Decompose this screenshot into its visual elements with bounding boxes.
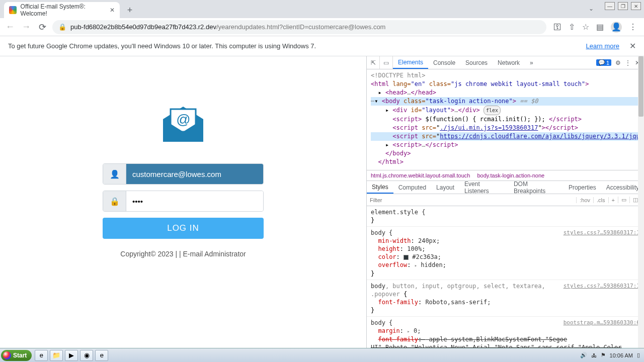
device-icon[interactable]: ▭	[618, 197, 629, 203]
styles-tab-strip: Styles Computed Layout Event Listeners D…	[367, 181, 644, 194]
login-button[interactable]: LOG IN	[103, 218, 264, 239]
styles-filter-row: :hov .cls + ▭ ◫	[367, 194, 644, 206]
mail-logo-icon: @	[158, 97, 208, 148]
dom-tree[interactable]: <!DOCTYPE html> <html lang="en" class="j…	[367, 69, 644, 170]
maximize-button[interactable]: ❐	[618, 2, 628, 10]
tray-volume-icon[interactable]: 🔊	[580, 352, 587, 358]
password-key-icon[interactable]: ⚿	[553, 23, 561, 32]
inspect-icon[interactable]: ⇱	[367, 56, 380, 69]
learn-more-link[interactable]: Learn more	[586, 42, 619, 50]
copyright-text: Copyright© 2023 | | E-mail Administrator	[103, 250, 264, 258]
back-button[interactable]: ←	[4, 21, 16, 33]
tray-flag-icon[interactable]: ⚑	[601, 352, 606, 358]
profile-avatar[interactable]: 👤	[611, 22, 622, 33]
chrome-menu-icon[interactable]: ⋮	[629, 22, 637, 32]
lock-icon: 🔒	[58, 23, 66, 31]
taskbar-media-icon[interactable]: ▶	[65, 350, 78, 361]
forward-button: →	[20, 21, 32, 33]
tab-title: Official E-mail System®: Welcome!	[21, 3, 106, 17]
cls-toggle[interactable]: .cls	[593, 197, 608, 203]
side-panel-icon[interactable]: ▤	[596, 22, 604, 32]
taskbar-edge-icon[interactable]: e	[95, 350, 108, 361]
dom-breadcrumb[interactable]: html.js.chrome.webkit.layout-small.touch…	[367, 170, 644, 181]
devtools-tab-strip: ⇱ ▭ Elements Console Sources Network » 💬…	[367, 56, 644, 69]
address-bar[interactable]: 🔒 pub-fd6802e2b8b54e0d97db9ea27fb7d423.r…	[52, 20, 546, 34]
update-infobar: To get future Google Chrome updates, you…	[0, 36, 644, 56]
tab-elements[interactable]: Elements	[393, 56, 428, 69]
devtools-menu-icon[interactable]: ⋮	[625, 59, 631, 66]
hov-toggle[interactable]: :hov	[576, 197, 593, 203]
tab-close-icon[interactable]: ✕	[110, 7, 115, 14]
login-page: @ 👤 🔒 LOG IN Copyright© 2023 | | E-mail …	[0, 56, 366, 348]
minimize-button[interactable]: —	[605, 2, 615, 10]
devtools-panel: ⇱ ▭ Elements Console Sources Network » 💬…	[366, 56, 644, 348]
browser-tab-strip: Official E-mail System®: Welcome! ✕ + ⌄ …	[0, 0, 644, 18]
tab-computed[interactable]: Computed	[393, 181, 431, 194]
lock-icon: 🔒	[103, 191, 126, 211]
browser-toolbar: ← → ⟳ 🔒 pub-fd6802e2b8b54e0d97db9ea27fb7…	[0, 18, 644, 36]
taskbar-ie-icon[interactable]: e	[35, 350, 48, 361]
new-rule-icon[interactable]: +	[608, 197, 618, 203]
tray-clock[interactable]: 10:06 AM	[610, 352, 633, 358]
tab-sources[interactable]: Sources	[460, 56, 493, 69]
tab-properties[interactable]: Properties	[564, 181, 601, 194]
password-input[interactable]	[126, 191, 263, 211]
password-row: 🔒	[103, 191, 264, 212]
user-icon: 👤	[103, 164, 126, 184]
taskbar-explorer-icon[interactable]: 📁	[50, 350, 63, 361]
username-input[interactable]	[126, 164, 263, 184]
tab-layout[interactable]: Layout	[431, 181, 459, 194]
tab-console[interactable]: Console	[428, 56, 460, 69]
tray-show-desktop[interactable]: ▯	[637, 352, 640, 358]
bookmark-icon[interactable]: ☆	[582, 22, 589, 32]
url-path: /yearendupdates.html?clientID=customerca…	[216, 23, 386, 31]
tab-event-listeners[interactable]: Event Listeners	[459, 181, 509, 194]
new-tab-button[interactable]: +	[123, 3, 137, 17]
windows-taskbar: Start e 📁 ▶ ◉ e 🔊 🖧 ⚑ 10:06 AM ▯	[0, 348, 644, 362]
url-host: pub-fd6802e2b8b54e0d97db9ea27fb7d423.r2.…	[70, 23, 216, 31]
browser-tab[interactable]: Official E-mail System®: Welcome! ✕	[4, 2, 120, 18]
tab-styles[interactable]: Styles	[367, 181, 393, 194]
favicon-icon	[9, 6, 17, 14]
device-toggle-icon[interactable]: ▭	[380, 56, 393, 69]
start-button[interactable]: Start	[1, 350, 32, 361]
reload-button[interactable]: ⟳	[36, 21, 48, 33]
tab-dom-breakpoints[interactable]: DOM Breakpoints	[509, 181, 564, 194]
close-window-button[interactable]: ✕	[631, 2, 641, 10]
windows-orb-icon	[3, 351, 11, 359]
share-icon[interactable]: ⇧	[569, 22, 575, 32]
tabs-more-icon[interactable]: »	[525, 56, 538, 69]
settings-gear-icon[interactable]: ⚙	[615, 59, 621, 66]
issues-badge[interactable]: 💬1	[596, 59, 611, 66]
svg-text:@: @	[176, 112, 190, 127]
tray-network-icon[interactable]: 🖧	[591, 352, 597, 358]
infobar-close-icon[interactable]: ✕	[629, 41, 636, 51]
username-row: 👤	[103, 163, 264, 185]
styles-pane[interactable]: element.style {} styles.css?…593860317:1…	[367, 206, 644, 348]
tab-network[interactable]: Network	[493, 56, 525, 69]
styles-filter-input[interactable]	[370, 197, 576, 203]
taskbar-chrome-icon[interactable]: ◉	[80, 350, 93, 361]
infobar-text: To get future Google Chrome updates, you…	[8, 42, 316, 50]
tabs-overflow-icon[interactable]: ⌄	[589, 5, 594, 12]
